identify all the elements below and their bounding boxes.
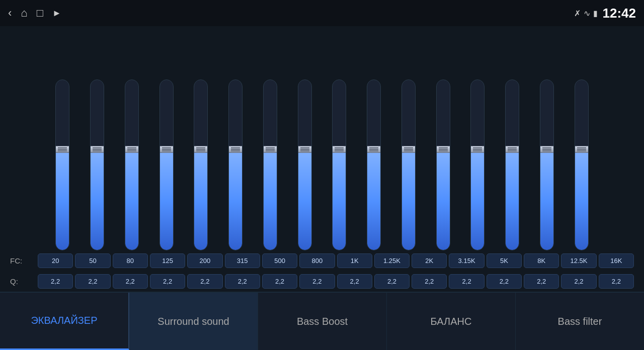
slider-handle-12[interactable] <box>470 146 485 153</box>
q-value-11[interactable]: 2,2 <box>449 274 484 289</box>
slider-fill-1 <box>91 153 104 250</box>
slider-col-13 <box>495 31 530 250</box>
slider-col-15 <box>564 31 599 250</box>
nav-controls: ‹ ⌂ □ ► <box>8 7 61 20</box>
slider-fill-13 <box>506 153 519 250</box>
clock: 12:42 <box>603 6 636 21</box>
tab-balance[interactable]: БАЛАНС <box>387 293 516 350</box>
back-button[interactable]: ‹ <box>8 7 12 20</box>
slider-track-2[interactable] <box>125 79 139 250</box>
slider-handle-0[interactable] <box>55 146 69 153</box>
q-value-12[interactable]: 2,2 <box>487 274 522 289</box>
slider-fill-0 <box>56 153 69 250</box>
q-value-6[interactable]: 2,2 <box>262 274 297 289</box>
slider-handle-6[interactable] <box>263 146 277 153</box>
q-value-4[interactable]: 2,2 <box>187 274 222 289</box>
q-value-5[interactable]: 2,2 <box>225 274 260 289</box>
fc-values: 2050801252003155008001K1.25K2K3.15K5K8K1… <box>38 253 634 268</box>
fc-value-7[interactable]: 800 <box>299 253 335 268</box>
home-button[interactable]: ⌂ <box>21 7 27 20</box>
q-value-1[interactable]: 2,2 <box>75 274 110 289</box>
slider-handle-14[interactable] <box>540 146 554 153</box>
slider-handle-13[interactable] <box>505 146 519 153</box>
q-value-0[interactable]: 2,2 <box>38 274 73 289</box>
slider-track-3[interactable] <box>159 79 174 250</box>
slider-handle-4[interactable] <box>194 146 208 153</box>
slider-handle-1[interactable] <box>90 146 104 153</box>
slider-track-13[interactable] <box>505 79 519 250</box>
tab-bassboost[interactable]: Bass Boost <box>258 293 387 350</box>
window-button[interactable]: □ <box>37 7 43 20</box>
slider-col-6 <box>253 31 288 250</box>
play-button[interactable]: ► <box>52 8 61 19</box>
slider-handle-9[interactable] <box>367 146 381 153</box>
tab-surround[interactable]: Surround sound <box>129 293 258 350</box>
slider-track-12[interactable] <box>470 79 485 250</box>
q-value-3[interactable]: 2,2 <box>150 274 185 289</box>
q-value-15[interactable]: 2,2 <box>599 274 634 289</box>
slider-track-15[interactable] <box>575 79 589 250</box>
fc-value-0[interactable]: 20 <box>38 253 73 268</box>
slider-track-0[interactable] <box>55 79 69 250</box>
slider-track-9[interactable] <box>367 79 381 250</box>
q-value-7[interactable]: 2,2 <box>299 274 335 289</box>
slider-track-6[interactable] <box>263 79 277 250</box>
wifi-icon: ∿ <box>584 9 590 18</box>
status-right: ✗ ∿ ▮ 12:42 <box>574 6 636 21</box>
slider-handle-7[interactable] <box>298 146 312 153</box>
slider-fill-9 <box>367 153 380 250</box>
status-bar: ‹ ⌂ □ ► ✗ ∿ ▮ 12:42 <box>0 0 644 26</box>
fc-value-4[interactable]: 200 <box>187 253 222 268</box>
slider-col-11 <box>426 31 460 250</box>
q-value-8[interactable]: 2,2 <box>337 274 372 289</box>
fc-value-9[interactable]: 1.25K <box>374 253 410 268</box>
slider-track-8[interactable] <box>332 79 346 250</box>
fc-label: FC: <box>10 256 38 265</box>
tab-bassfilter[interactable]: Bass filter <box>516 293 644 350</box>
slider-col-2 <box>115 31 149 250</box>
tab-equalizer[interactable]: ЭКВАЛАЙЗЕР <box>0 293 129 350</box>
q-value-2[interactable]: 2,2 <box>113 274 148 289</box>
fc-value-12[interactable]: 5K <box>487 253 522 268</box>
slider-handle-2[interactable] <box>125 146 139 153</box>
slider-track-4[interactable] <box>194 79 208 250</box>
fc-row: FC: 2050801252003155008001K1.25K2K3.15K5… <box>5 250 639 271</box>
slider-fill-7 <box>298 153 311 250</box>
slider-handle-8[interactable] <box>332 146 346 153</box>
fc-value-8[interactable]: 1K <box>337 253 372 268</box>
slider-handle-3[interactable] <box>159 146 174 153</box>
slider-col-5 <box>218 31 253 250</box>
fc-value-10[interactable]: 2K <box>412 253 447 268</box>
q-value-10[interactable]: 2,2 <box>412 274 447 289</box>
fc-value-6[interactable]: 500 <box>262 253 297 268</box>
slider-col-7 <box>287 31 322 250</box>
q-value-14[interactable]: 2,2 <box>561 274 596 289</box>
slider-handle-5[interactable] <box>228 146 243 153</box>
slider-handle-11[interactable] <box>436 146 450 153</box>
slider-track-5[interactable] <box>228 79 243 250</box>
fc-value-3[interactable]: 125 <box>150 253 185 268</box>
fc-value-5[interactable]: 315 <box>225 253 260 268</box>
q-value-13[interactable]: 2,2 <box>524 274 559 289</box>
slider-fill-8 <box>333 153 346 250</box>
slider-track-11[interactable] <box>436 79 450 250</box>
fc-value-14[interactable]: 12.5K <box>561 253 596 268</box>
fc-value-11[interactable]: 3.15K <box>449 253 484 268</box>
tab-label-bassfilter: Bass filter <box>558 316 602 327</box>
fc-value-1[interactable]: 50 <box>75 253 110 268</box>
slider-track-14[interactable] <box>540 79 554 250</box>
slider-fill-3 <box>160 153 173 250</box>
slider-track-1[interactable] <box>90 79 104 250</box>
sliders-container <box>5 26 639 250</box>
status-icons: ✗ ∿ ▮ <box>574 9 598 18</box>
tab-label-bassboost: Bass Boost <box>297 316 348 327</box>
slider-track-10[interactable] <box>401 79 416 250</box>
q-value-9[interactable]: 2,2 <box>374 274 410 289</box>
slider-track-7[interactable] <box>298 79 312 250</box>
fc-value-13[interactable]: 8K <box>524 253 559 268</box>
slider-handle-15[interactable] <box>575 146 589 153</box>
slider-handle-10[interactable] <box>401 146 416 153</box>
slider-col-8 <box>322 31 357 250</box>
fc-value-2[interactable]: 80 <box>113 253 148 268</box>
fc-value-15[interactable]: 16K <box>599 253 634 268</box>
